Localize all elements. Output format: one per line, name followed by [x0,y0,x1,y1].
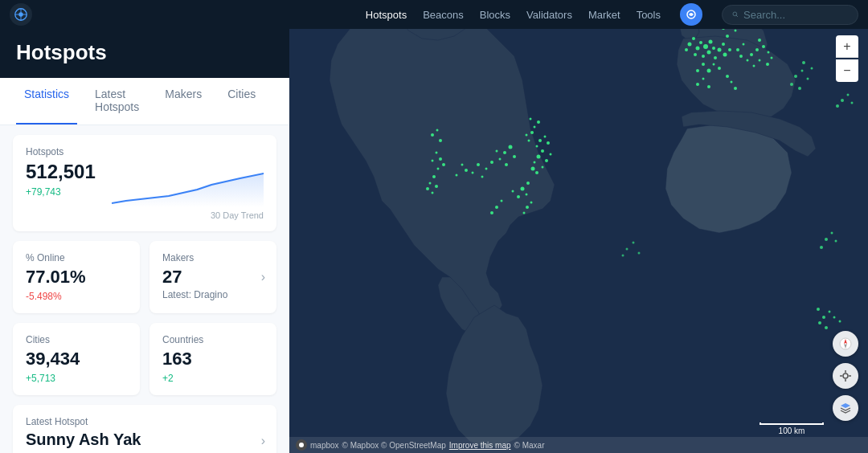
svg-point-112 [833,316,836,319]
nav-blocks[interactable]: Blocks [480,9,510,21]
svg-point-70 [703,44,708,49]
nav-icon-button[interactable] [680,3,702,26]
scale-label: 100 km [779,426,805,435]
svg-point-81 [707,69,711,73]
tab-makers[interactable]: Makers [157,78,210,124]
svg-point-128 [831,232,833,235]
search-box [722,5,858,25]
svg-point-10 [536,145,538,148]
svg-point-91 [736,48,739,51]
svg-point-117 [801,70,804,72]
svg-point-102 [755,48,759,51]
svg-point-57 [439,139,442,142]
nav-beacons[interactable]: Beacons [423,9,464,21]
improve-map-link[interactable]: Improve this map [449,441,511,450]
search-input[interactable] [743,9,848,21]
svg-point-83 [713,63,715,66]
makers-card[interactable]: Makers 27 Latest: Dragino › [149,241,276,313]
tab-latest-hotspots[interactable]: Latest Hotspots [87,78,147,124]
svg-point-8 [537,155,541,159]
app-logo[interactable] [10,3,32,26]
svg-point-118 [790,83,793,86]
hotspot-arrow-icon: › [261,434,265,448]
search-icon [732,10,739,19]
svg-point-16 [547,141,550,145]
svg-point-106 [758,39,761,42]
svg-point-13 [550,153,552,156]
svg-point-25 [530,118,532,120]
svg-point-132 [633,242,635,244]
svg-point-59 [465,169,468,172]
tab-cities[interactable]: Cities [219,78,264,124]
svg-point-77 [723,53,727,57]
svg-point-105 [768,51,770,54]
svg-point-138 [843,373,848,378]
svg-point-69 [694,53,697,56]
svg-point-54 [426,187,429,190]
svg-point-100 [750,53,753,56]
zoom-out-button[interactable]: − [836,59,858,82]
svg-point-51 [429,182,432,185]
nav-tools[interactable]: Tools [637,9,661,21]
countries-change: +2 [162,373,264,384]
nav-validators[interactable]: Validators [526,9,572,21]
nav-hotspots[interactable]: Hotspots [366,9,407,21]
hotspots-value: 512,501 [26,161,96,183]
svg-point-30 [505,163,508,166]
map-controls: + − [836,35,858,82]
hotspot-name: Sunny Ash Yak [26,431,264,449]
zoom-in-button[interactable]: + [836,35,858,58]
countries-label: Countries [162,334,264,345]
svg-point-109 [822,316,825,319]
svg-point-74 [702,55,705,58]
svg-point-130 [835,240,837,243]
svg-point-50 [432,175,436,178]
svg-point-133 [622,255,624,257]
nav-market[interactable]: Market [588,9,620,21]
svg-point-104 [762,45,765,48]
panel-content: Hotspots 512,501 +79,743 [0,125,289,453]
svg-point-38 [436,152,438,154]
tab-statistics[interactable]: Statistics [16,78,77,124]
svg-point-80 [702,63,705,66]
cities-value: 39,434 [26,349,127,369]
svg-point-11 [545,159,548,162]
svg-point-107 [771,57,773,59]
svg-point-19 [542,166,544,169]
svg-point-18 [535,171,538,174]
svg-point-55 [431,133,434,137]
svg-point-42 [521,187,525,191]
layer-button[interactable] [833,395,858,421]
svg-point-126 [851,102,854,104]
svg-point-63 [523,212,526,214]
svg-point-58 [461,164,464,166]
svg-point-78 [728,48,731,51]
svg-point-120 [798,87,801,90]
svg-point-33 [490,161,493,164]
gps-button[interactable] [833,363,858,389]
svg-point-23 [534,126,536,129]
svg-point-49 [490,211,493,214]
svg-line-6 [736,15,738,17]
svg-point-79 [714,56,717,59]
svg-point-44 [517,195,520,198]
svg-point-85 [696,83,699,86]
compass-button[interactable] [833,331,858,357]
svg-point-89 [731,81,733,84]
left-panel: Hotspots Statistics Latest Hotspots Make… [0,0,289,453]
svg-point-93 [739,55,743,58]
svg-point-122 [802,61,805,64]
svg-point-15 [544,136,547,138]
svg-point-40 [437,168,440,170]
svg-point-114 [839,320,841,323]
svg-point-75 [718,48,722,52]
svg-point-29 [499,158,502,161]
navbar: Hotspots Beacons Blocks Validators Marke… [0,0,868,29]
latest-hotspot-card[interactable]: Latest Hotspot Sunny Ash Yak 🇹🇼 Xindian … [13,405,276,453]
panel-tabs: Statistics Latest Hotspots Makers Cities [0,78,289,125]
map-area[interactable]: + − 100 km [289,0,868,453]
world-map-svg [289,0,868,453]
makers-label: Makers [162,252,264,263]
hotspot-label: Latest Hotspot [26,416,264,427]
svg-point-111 [818,321,821,324]
